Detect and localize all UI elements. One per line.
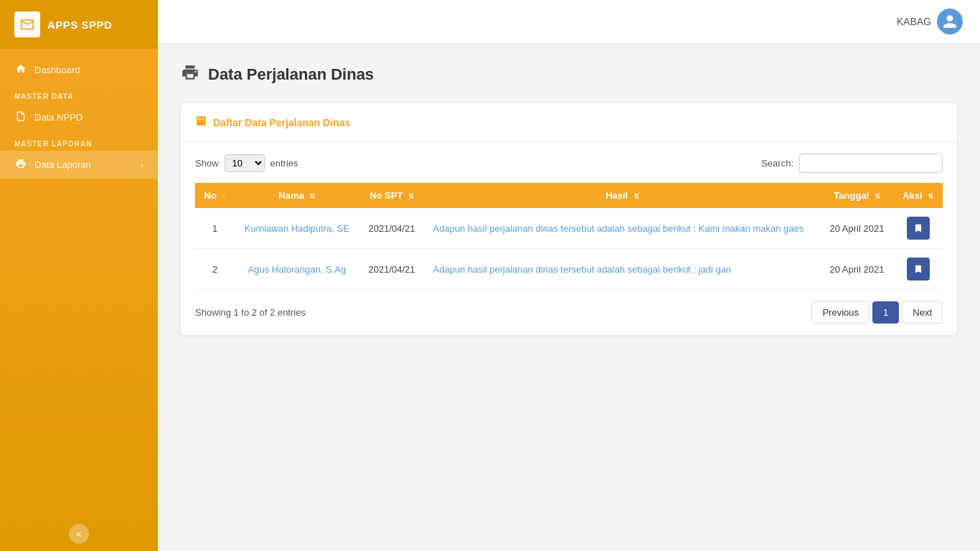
table-body: 1 Kurniawan Hadiputra, SE 2021/04/21 Ada… [195, 208, 943, 290]
sidebar-item-dashboard-label: Dashboard [34, 65, 80, 75]
col-tanggal[interactable]: Tanggal ⇅ [820, 183, 893, 208]
action-button-0[interactable] [907, 217, 930, 240]
sort-hasil-icon: ⇅ [633, 192, 639, 200]
sidebar: APPS SPPD Dashboard MASTER DATA Data NPP… [0, 0, 158, 551]
page-title-text: Data Perjalanan Dinas [208, 65, 374, 84]
app-name: APPS SPPD [47, 19, 112, 31]
cell-no-1: 2 [195, 249, 235, 290]
sidebar-item-data-laporan-label: Data Laporan [34, 159, 91, 170]
search-box: Search: [761, 154, 943, 173]
sort-nama-icon: ⇅ [309, 192, 315, 200]
pagination: Previous 1 Next [811, 301, 943, 324]
show-label: Show [195, 158, 219, 169]
sidebar-nav: Dashboard MASTER DATA Data NPPD MASTER L… [0, 49, 158, 517]
house-icon [14, 63, 27, 77]
sidebar-section-master-data: MASTER DATA [0, 84, 158, 103]
main-content: KABAG Data Perjalanan Dinas [158, 0, 980, 551]
col-hasil[interactable]: Hasil ⇅ [425, 183, 821, 208]
cell-no-0: 1 [195, 208, 235, 249]
sort-aksi-icon: ⇅ [928, 192, 933, 200]
card-title: Daftar Data Perjalanan Dinas [213, 117, 350, 128]
cell-nama-1: Agus Hatorangan, S.Ag [235, 249, 359, 290]
table-row: 2 Agus Hatorangan, S.Ag 2021/04/21 Adapu… [195, 249, 943, 290]
sort-spt-icon: ⇅ [408, 192, 414, 200]
cell-aksi-1 [893, 249, 943, 290]
action-button-1[interactable] [907, 258, 930, 281]
cell-hasil-1: Adapun hasil perjalanan dinas tersebut a… [425, 249, 821, 290]
app-logo-icon [14, 11, 40, 37]
previous-button[interactable]: Previous [811, 301, 870, 324]
data-table: No ↑ Nama ⇅ No SPT ⇅ [195, 183, 943, 290]
page-title-section: Data Perjalanan Dinas [181, 63, 957, 86]
entries-select[interactable]: 10 25 50 100 [225, 154, 265, 172]
table-icon [195, 115, 207, 130]
col-no[interactable]: No ↑ [195, 183, 235, 208]
col-aksi: Aksi ⇅ [893, 183, 943, 208]
cell-spt-1: 2021/04/21 [359, 249, 425, 290]
showing-entries: Showing 1 to 2 of 2 entries [195, 307, 306, 318]
sort-tanggal-icon: ⇅ [875, 192, 880, 200]
entries-label: entries [270, 158, 298, 169]
sidebar-collapse-button[interactable]: < [69, 524, 89, 544]
cell-spt-0: 2021/04/21 [359, 208, 425, 249]
page-1-button[interactable]: 1 [872, 301, 899, 324]
search-input[interactable] [799, 154, 943, 173]
cell-nama-0: Kurniawan Hadiputra, SE [235, 208, 359, 249]
table-row: 1 Kurniawan Hadiputra, SE 2021/04/21 Ada… [195, 208, 943, 249]
avatar [937, 9, 963, 34]
cell-aksi-0 [893, 208, 943, 249]
page-title-icon [181, 63, 199, 86]
sidebar-item-dashboard[interactable]: Dashboard [0, 56, 158, 84]
collapse-icon: < [76, 529, 82, 540]
sidebar-logo: APPS SPPD [0, 0, 158, 49]
col-nama[interactable]: Nama ⇅ [235, 183, 359, 208]
header-user[interactable]: KABAG [897, 9, 963, 34]
header: KABAG [158, 0, 980, 43]
cell-hasil-0: Adapun hasil perjalanan dinas tersebut a… [425, 208, 821, 249]
col-no-spt[interactable]: No SPT ⇅ [359, 183, 425, 208]
card-header: Daftar Data Perjalanan Dinas [181, 103, 957, 142]
page-content: Data Perjalanan Dinas Daftar Data Perjal… [158, 43, 980, 551]
card-body: Show 10 25 50 100 entries Search: [181, 142, 957, 335]
table-head: No ↑ Nama ⇅ No SPT ⇅ [195, 183, 943, 208]
search-label: Search: [761, 158, 793, 169]
sidebar-item-data-nppd[interactable]: Data NPPD [0, 103, 158, 131]
chevron-right-icon: › [141, 161, 143, 169]
header-username: KABAG [897, 16, 931, 27]
cell-tanggal-0: 20 April 2021 [820, 208, 893, 249]
file-icon [14, 110, 27, 124]
sort-no-icon: ↑ [222, 192, 226, 200]
show-entries: Show 10 25 50 100 entries [195, 154, 298, 172]
cell-tanggal-1: 20 April 2021 [820, 249, 893, 290]
sidebar-section-master-laporan: MASTER LAPORAN [0, 131, 158, 151]
data-card: Daftar Data Perjalanan Dinas Show 10 25 … [181, 103, 957, 335]
table-footer: Showing 1 to 2 of 2 entries Previous 1 N… [195, 301, 943, 324]
print-icon [14, 158, 27, 171]
next-button[interactable]: Next [902, 301, 943, 324]
sidebar-item-data-nppd-label: Data NPPD [34, 112, 83, 123]
sidebar-item-data-laporan[interactable]: Data Laporan › [0, 151, 158, 179]
table-controls: Show 10 25 50 100 entries Search: [195, 154, 943, 173]
